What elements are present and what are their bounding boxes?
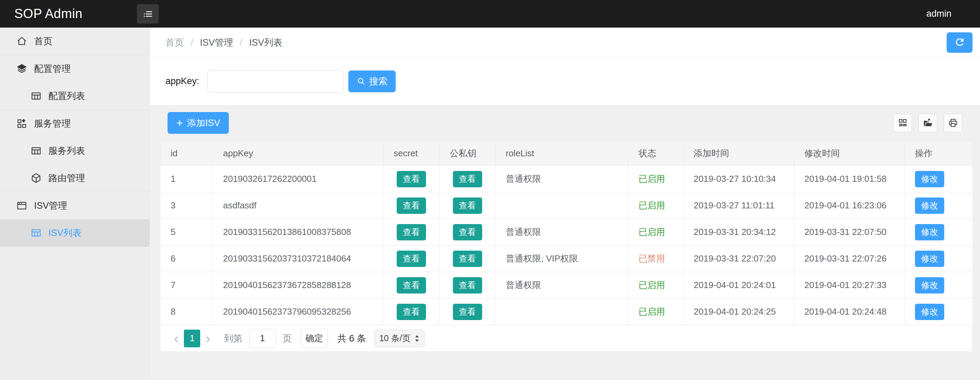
sidebar-item-服务列表[interactable]: 服务列表: [0, 137, 150, 164]
cell-pubkey: 查看: [440, 192, 495, 219]
home-icon: [16, 35, 28, 47]
current-page-button[interactable]: 1: [184, 330, 200, 347]
sidebar-item-首页[interactable]: 首页: [0, 28, 150, 55]
view-keypair-button[interactable]: 查看: [453, 304, 482, 320]
search-section: appKey: 搜索: [150, 57, 980, 105]
view-secret-button[interactable]: 查看: [397, 277, 426, 294]
column-header-修改时间: 修改时间: [794, 141, 905, 166]
app-title: SOP Admin: [0, 6, 137, 21]
isv-table: idappKeysecret公私钥roleList状态添加时间修改时间操作 12…: [160, 141, 973, 325]
sidebar-item-label: 路由管理: [48, 172, 85, 184]
cell-pubkey: 查看: [440, 219, 495, 245]
layers-icon: [16, 63, 28, 75]
column-header-secret: secret: [383, 141, 440, 166]
cell-status: 已启用: [628, 192, 683, 219]
top-navbar: SOP Admin admin: [0, 0, 980, 28]
view-secret-button[interactable]: 查看: [397, 171, 426, 187]
cell-status: 已启用: [628, 219, 683, 245]
cell-pubkey: 查看: [440, 299, 495, 325]
breadcrumb-separator: /: [191, 37, 193, 48]
cell-id: 1: [161, 166, 213, 192]
status-badge: 已启用: [638, 200, 665, 210]
column-header-添加时间: 添加时间: [683, 141, 794, 166]
table-row: 820190401562373796095328256查看查看已启用2019-0…: [161, 299, 973, 325]
add-isv-label: 添加ISV: [187, 117, 220, 129]
status-badge: 已启用: [638, 307, 665, 316]
view-secret-button[interactable]: 查看: [397, 304, 426, 320]
edit-button[interactable]: 修改: [915, 224, 944, 240]
refresh-button[interactable]: [947, 32, 972, 53]
edit-button[interactable]: 修改: [915, 197, 944, 214]
view-secret-button[interactable]: 查看: [397, 251, 426, 267]
view-secret-button[interactable]: 查看: [397, 224, 426, 240]
cell-appkey: 20190331562013861008375808: [213, 219, 383, 245]
select-spinner-icon: [414, 335, 420, 342]
sidebar-item-label: 首页: [34, 35, 52, 47]
main-panel: 首页/ISV管理/ISV列表 appKey: 搜索 +: [150, 28, 980, 380]
cell-pubkey: 查看: [440, 245, 495, 272]
sidebar-item-配置列表[interactable]: 配置列表: [0, 83, 150, 110]
cell-status: 已启用: [628, 272, 683, 299]
edit-button[interactable]: 修改: [915, 171, 944, 187]
sidebar-item-label: ISV管理: [34, 200, 67, 212]
view-keypair-button[interactable]: 查看: [453, 224, 482, 240]
table-icon: [30, 90, 42, 102]
cell-status: 已启用: [628, 299, 683, 325]
cell-rolelist: 普通权限: [495, 166, 628, 192]
confirm-button[interactable]: 确定: [301, 329, 328, 348]
cell-modtime: 2019-04-01 19:01:58: [794, 166, 905, 192]
cell-appkey: 20190401562373796095328256: [213, 299, 383, 325]
page-size-select[interactable]: 10 条/页: [374, 330, 425, 347]
cell-id: 3: [161, 192, 213, 219]
page-size-value: 10 条/页: [379, 333, 410, 344]
cell-action: 修改: [905, 299, 973, 325]
view-keypair-button[interactable]: 查看: [453, 171, 482, 187]
sidebar-item-ISV管理[interactable]: ISV管理: [0, 192, 150, 219]
table-row: 620190331562037310372184064查看查看普通权限, VIP…: [161, 245, 973, 272]
sidebar-toggle-button[interactable]: [137, 4, 159, 24]
table-row: 520190331562013861008375808查看查看普通权限已启用20…: [161, 219, 973, 245]
appkey-input[interactable]: [207, 70, 344, 92]
sidebar: 首页配置管理配置列表服务管理服务列表路由管理ISV管理ISV列表: [0, 28, 150, 380]
table-icon: [30, 145, 42, 157]
appkey-label: appKey:: [165, 76, 199, 86]
cell-action: 修改: [905, 192, 973, 219]
add-isv-button[interactable]: + 添加ISV: [167, 112, 229, 134]
sidebar-item-label: ISV列表: [48, 227, 82, 239]
column-header-appKey: appKey: [213, 141, 383, 166]
columns-button[interactable]: [893, 114, 912, 132]
edit-button[interactable]: 修改: [915, 251, 944, 267]
sidebar-item-路由管理[interactable]: 路由管理: [0, 164, 150, 192]
next-page-button[interactable]: ›: [206, 332, 210, 345]
cell-secret: 查看: [383, 299, 440, 325]
export-icon: [923, 118, 933, 128]
cell-rolelist: 普通权限, VIP权限: [495, 245, 628, 272]
cell-rolelist: [495, 192, 628, 219]
view-keypair-button[interactable]: 查看: [453, 277, 482, 294]
table-header: idappKeysecret公私钥roleList状态添加时间修改时间操作: [161, 141, 973, 166]
goto-page-input[interactable]: [249, 329, 276, 348]
sidebar-item-ISV列表[interactable]: ISV列表: [0, 219, 150, 246]
cell-addtime: 2019-04-01 20:24:01: [683, 272, 794, 299]
cell-action: 修改: [905, 166, 973, 192]
view-keypair-button[interactable]: 查看: [453, 251, 482, 267]
cell-action: 修改: [905, 219, 973, 245]
edit-button[interactable]: 修改: [915, 304, 944, 320]
page-unit-label: 页: [283, 332, 292, 345]
sidebar-item-服务管理[interactable]: 服务管理: [0, 110, 150, 137]
breadcrumb-item-ISV管理[interactable]: ISV管理: [200, 37, 233, 49]
edit-button[interactable]: 修改: [915, 277, 944, 294]
view-secret-button[interactable]: 查看: [397, 197, 426, 214]
sidebar-item-配置管理[interactable]: 配置管理: [0, 55, 150, 83]
user-menu[interactable]: admin: [926, 8, 951, 19]
content-area: + 添加ISV: [150, 105, 980, 352]
search-button[interactable]: 搜索: [348, 70, 396, 92]
status-badge: 已启用: [638, 227, 665, 237]
sidebar-item-label: 服务列表: [48, 145, 85, 157]
export-button[interactable]: [918, 114, 937, 132]
view-keypair-button[interactable]: 查看: [453, 197, 482, 214]
print-button[interactable]: [943, 114, 962, 132]
cell-addtime: 2019-03-27 10:10:34: [683, 166, 794, 192]
prev-page-button[interactable]: ‹: [174, 332, 178, 345]
breadcrumb-item-首页[interactable]: 首页: [165, 37, 184, 49]
